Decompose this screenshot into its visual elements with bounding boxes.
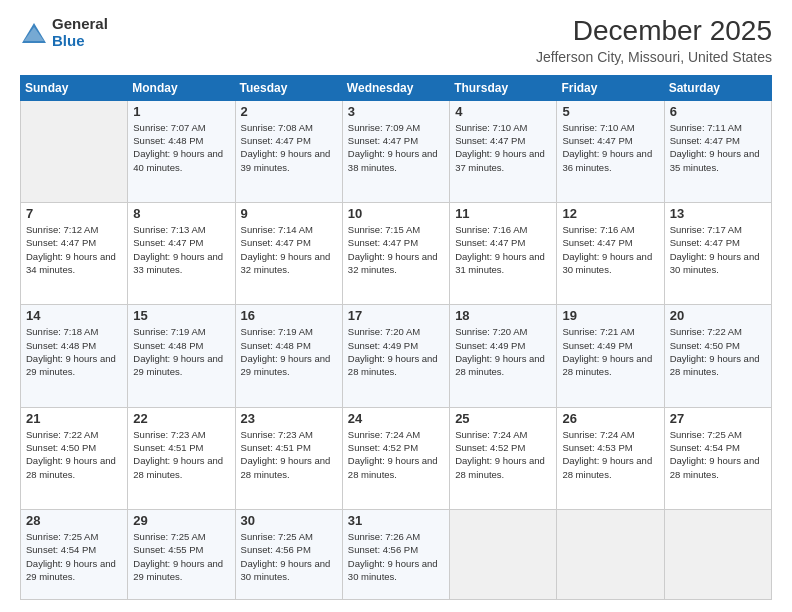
day-number: 26 (562, 411, 658, 426)
calendar-cell: 18Sunrise: 7:20 AMSunset: 4:49 PMDayligh… (450, 305, 557, 407)
calendar-cell (450, 510, 557, 600)
calendar-page: General Blue December 2025 Jefferson Cit… (0, 0, 792, 612)
day-number: 22 (133, 411, 229, 426)
day-of-week-header: Thursday (450, 75, 557, 100)
svg-marker-1 (24, 27, 44, 41)
calendar-cell: 26Sunrise: 7:24 AMSunset: 4:53 PMDayligh… (557, 407, 664, 509)
calendar-week-row: 1Sunrise: 7:07 AMSunset: 4:48 PMDaylight… (21, 100, 772, 202)
day-info: Sunrise: 7:23 AMSunset: 4:51 PMDaylight:… (241, 428, 337, 481)
calendar-cell: 29Sunrise: 7:25 AMSunset: 4:55 PMDayligh… (128, 510, 235, 600)
calendar-table: SundayMondayTuesdayWednesdayThursdayFrid… (20, 75, 772, 600)
day-info: Sunrise: 7:22 AMSunset: 4:50 PMDaylight:… (26, 428, 122, 481)
day-number: 25 (455, 411, 551, 426)
day-number: 6 (670, 104, 766, 119)
day-info: Sunrise: 7:18 AMSunset: 4:48 PMDaylight:… (26, 325, 122, 378)
day-number: 13 (670, 206, 766, 221)
calendar-cell: 10Sunrise: 7:15 AMSunset: 4:47 PMDayligh… (342, 203, 449, 305)
day-number: 23 (241, 411, 337, 426)
day-info: Sunrise: 7:13 AMSunset: 4:47 PMDaylight:… (133, 223, 229, 276)
calendar-cell: 9Sunrise: 7:14 AMSunset: 4:47 PMDaylight… (235, 203, 342, 305)
day-info: Sunrise: 7:19 AMSunset: 4:48 PMDaylight:… (133, 325, 229, 378)
day-info: Sunrise: 7:24 AMSunset: 4:52 PMDaylight:… (348, 428, 444, 481)
day-number: 24 (348, 411, 444, 426)
title-section: December 2025 Jefferson City, Missouri, … (536, 16, 772, 65)
calendar-cell: 11Sunrise: 7:16 AMSunset: 4:47 PMDayligh… (450, 203, 557, 305)
day-number: 1 (133, 104, 229, 119)
day-info: Sunrise: 7:22 AMSunset: 4:50 PMDaylight:… (670, 325, 766, 378)
day-number: 5 (562, 104, 658, 119)
calendar-cell: 4Sunrise: 7:10 AMSunset: 4:47 PMDaylight… (450, 100, 557, 202)
calendar-week-row: 28Sunrise: 7:25 AMSunset: 4:54 PMDayligh… (21, 510, 772, 600)
day-number: 8 (133, 206, 229, 221)
header: General Blue December 2025 Jefferson Cit… (20, 16, 772, 65)
calendar-cell: 16Sunrise: 7:19 AMSunset: 4:48 PMDayligh… (235, 305, 342, 407)
day-info: Sunrise: 7:20 AMSunset: 4:49 PMDaylight:… (348, 325, 444, 378)
day-info: Sunrise: 7:15 AMSunset: 4:47 PMDaylight:… (348, 223, 444, 276)
calendar-cell: 5Sunrise: 7:10 AMSunset: 4:47 PMDaylight… (557, 100, 664, 202)
day-info: Sunrise: 7:08 AMSunset: 4:47 PMDaylight:… (241, 121, 337, 174)
day-info: Sunrise: 7:20 AMSunset: 4:49 PMDaylight:… (455, 325, 551, 378)
day-of-week-header: Sunday (21, 75, 128, 100)
calendar-week-row: 21Sunrise: 7:22 AMSunset: 4:50 PMDayligh… (21, 407, 772, 509)
day-info: Sunrise: 7:10 AMSunset: 4:47 PMDaylight:… (455, 121, 551, 174)
day-number: 28 (26, 513, 122, 528)
day-number: 10 (348, 206, 444, 221)
calendar-cell: 30Sunrise: 7:25 AMSunset: 4:56 PMDayligh… (235, 510, 342, 600)
day-of-week-header: Tuesday (235, 75, 342, 100)
logo: General Blue (20, 16, 108, 49)
day-info: Sunrise: 7:11 AMSunset: 4:47 PMDaylight:… (670, 121, 766, 174)
day-number: 12 (562, 206, 658, 221)
day-info: Sunrise: 7:19 AMSunset: 4:48 PMDaylight:… (241, 325, 337, 378)
day-of-week-header: Friday (557, 75, 664, 100)
day-info: Sunrise: 7:16 AMSunset: 4:47 PMDaylight:… (455, 223, 551, 276)
day-number: 2 (241, 104, 337, 119)
calendar-cell: 20Sunrise: 7:22 AMSunset: 4:50 PMDayligh… (664, 305, 771, 407)
day-info: Sunrise: 7:14 AMSunset: 4:47 PMDaylight:… (241, 223, 337, 276)
day-number: 7 (26, 206, 122, 221)
logo-icon (20, 19, 48, 47)
day-info: Sunrise: 7:09 AMSunset: 4:47 PMDaylight:… (348, 121, 444, 174)
day-number: 21 (26, 411, 122, 426)
location: Jefferson City, Missouri, United States (536, 49, 772, 65)
calendar-cell: 14Sunrise: 7:18 AMSunset: 4:48 PMDayligh… (21, 305, 128, 407)
calendar-cell: 15Sunrise: 7:19 AMSunset: 4:48 PMDayligh… (128, 305, 235, 407)
calendar-cell: 23Sunrise: 7:23 AMSunset: 4:51 PMDayligh… (235, 407, 342, 509)
day-info: Sunrise: 7:25 AMSunset: 4:56 PMDaylight:… (241, 530, 337, 583)
day-info: Sunrise: 7:24 AMSunset: 4:53 PMDaylight:… (562, 428, 658, 481)
calendar-cell: 8Sunrise: 7:13 AMSunset: 4:47 PMDaylight… (128, 203, 235, 305)
day-number: 3 (348, 104, 444, 119)
calendar-cell: 19Sunrise: 7:21 AMSunset: 4:49 PMDayligh… (557, 305, 664, 407)
day-info: Sunrise: 7:25 AMSunset: 4:54 PMDaylight:… (670, 428, 766, 481)
calendar-cell (21, 100, 128, 202)
day-number: 19 (562, 308, 658, 323)
day-number: 4 (455, 104, 551, 119)
calendar-header-row: SundayMondayTuesdayWednesdayThursdayFrid… (21, 75, 772, 100)
calendar-cell: 22Sunrise: 7:23 AMSunset: 4:51 PMDayligh… (128, 407, 235, 509)
day-number: 17 (348, 308, 444, 323)
day-info: Sunrise: 7:10 AMSunset: 4:47 PMDaylight:… (562, 121, 658, 174)
day-info: Sunrise: 7:24 AMSunset: 4:52 PMDaylight:… (455, 428, 551, 481)
calendar-week-row: 7Sunrise: 7:12 AMSunset: 4:47 PMDaylight… (21, 203, 772, 305)
day-of-week-header: Wednesday (342, 75, 449, 100)
day-number: 16 (241, 308, 337, 323)
calendar-cell: 27Sunrise: 7:25 AMSunset: 4:54 PMDayligh… (664, 407, 771, 509)
day-of-week-header: Saturday (664, 75, 771, 100)
day-info: Sunrise: 7:25 AMSunset: 4:55 PMDaylight:… (133, 530, 229, 583)
calendar-cell: 25Sunrise: 7:24 AMSunset: 4:52 PMDayligh… (450, 407, 557, 509)
day-info: Sunrise: 7:26 AMSunset: 4:56 PMDaylight:… (348, 530, 444, 583)
calendar-cell: 31Sunrise: 7:26 AMSunset: 4:56 PMDayligh… (342, 510, 449, 600)
day-info: Sunrise: 7:07 AMSunset: 4:48 PMDaylight:… (133, 121, 229, 174)
day-number: 15 (133, 308, 229, 323)
day-info: Sunrise: 7:12 AMSunset: 4:47 PMDaylight:… (26, 223, 122, 276)
day-info: Sunrise: 7:21 AMSunset: 4:49 PMDaylight:… (562, 325, 658, 378)
calendar-cell: 12Sunrise: 7:16 AMSunset: 4:47 PMDayligh… (557, 203, 664, 305)
calendar-cell: 13Sunrise: 7:17 AMSunset: 4:47 PMDayligh… (664, 203, 771, 305)
calendar-cell: 3Sunrise: 7:09 AMSunset: 4:47 PMDaylight… (342, 100, 449, 202)
calendar-cell (664, 510, 771, 600)
calendar-cell: 24Sunrise: 7:24 AMSunset: 4:52 PMDayligh… (342, 407, 449, 509)
day-of-week-header: Monday (128, 75, 235, 100)
day-number: 31 (348, 513, 444, 528)
day-number: 27 (670, 411, 766, 426)
day-number: 18 (455, 308, 551, 323)
logo-blue: Blue (52, 32, 85, 49)
